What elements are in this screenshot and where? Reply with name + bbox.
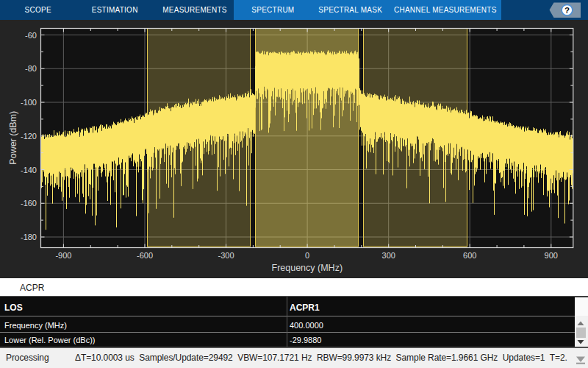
svg-text:-60: -60	[25, 31, 37, 40]
svg-text:-80: -80	[25, 64, 37, 73]
svg-text:0: 0	[305, 251, 309, 260]
svg-text:-160: -160	[21, 199, 37, 208]
svg-text:?: ?	[564, 6, 570, 15]
svg-text:300: 300	[382, 251, 395, 260]
svg-text:-120: -120	[21, 132, 37, 141]
svg-text:900: 900	[545, 251, 558, 260]
svg-text:Frequency (MHz): Frequency (MHz)	[272, 263, 343, 273]
svg-text:600: 600	[463, 251, 476, 260]
svg-text:-180: -180	[21, 233, 37, 241]
svg-text:-600: -600	[137, 251, 153, 260]
svg-text:-140: -140	[21, 166, 37, 174]
svg-text:-100: -100	[21, 98, 37, 107]
svg-text:Power (dBm): Power (dBm)	[8, 111, 18, 165]
svg-text:-900: -900	[55, 251, 71, 260]
svg-text:-300: -300	[218, 251, 234, 260]
